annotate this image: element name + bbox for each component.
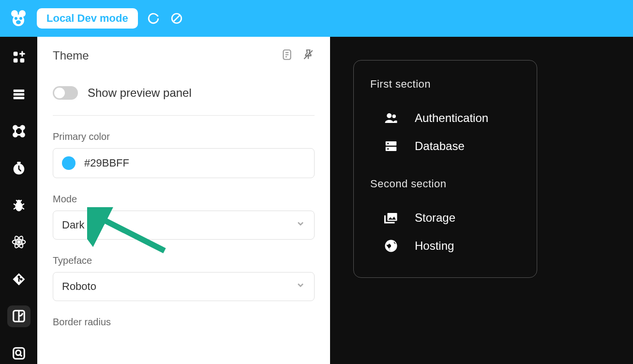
app-logo[interactable] bbox=[8, 8, 29, 29]
theme-panel: Theme Show preview panel Primary color #… bbox=[37, 37, 330, 364]
annotation-arrow bbox=[87, 207, 174, 256]
sidebar bbox=[0, 37, 37, 364]
border-radius-label: Border radius bbox=[53, 317, 315, 328]
people-icon bbox=[384, 111, 398, 125]
sidebar-item-timer[interactable] bbox=[7, 157, 30, 179]
panel-title: Theme bbox=[53, 49, 89, 62]
typeface-select[interactable]: Roboto bbox=[53, 272, 315, 301]
pin-icon[interactable] bbox=[302, 48, 315, 63]
primary-color-label: Primary color bbox=[53, 131, 315, 142]
svg-rect-9 bbox=[13, 59, 17, 63]
primary-color-value: #29BBFF bbox=[84, 157, 129, 169]
svg-rect-19 bbox=[17, 162, 21, 164]
svg-point-16 bbox=[13, 133, 17, 137]
section-title-1: First section bbox=[370, 78, 520, 91]
svg-rect-12 bbox=[13, 93, 24, 95]
sidebar-item-theme[interactable] bbox=[7, 305, 30, 327]
svg-line-7 bbox=[173, 15, 180, 22]
svg-point-15 bbox=[20, 126, 24, 130]
refresh-icon[interactable] bbox=[146, 11, 161, 26]
preview-card: First section Authentication Database Se… bbox=[353, 60, 537, 278]
svg-point-26 bbox=[17, 275, 20, 278]
svg-point-30 bbox=[15, 350, 20, 355]
svg-rect-8 bbox=[13, 52, 17, 56]
section-title-2: Second section bbox=[370, 178, 520, 190]
typeface-label: Typeface bbox=[53, 255, 315, 266]
block-icon[interactable] bbox=[169, 11, 184, 26]
sidebar-item-react[interactable] bbox=[7, 231, 30, 253]
sidebar-item-git[interactable] bbox=[7, 269, 30, 290]
menu-item-storage[interactable]: Storage bbox=[370, 204, 520, 232]
topbar: Local Dev mode bbox=[0, 0, 633, 37]
svg-rect-11 bbox=[13, 90, 24, 92]
globe-icon bbox=[384, 239, 398, 253]
svg-point-40 bbox=[387, 148, 389, 150]
svg-point-36 bbox=[392, 115, 396, 119]
preview-toggle[interactable] bbox=[53, 86, 78, 100]
svg-point-17 bbox=[20, 133, 24, 137]
svg-rect-41 bbox=[388, 213, 397, 221]
svg-point-14 bbox=[13, 126, 17, 130]
svg-line-34 bbox=[96, 216, 165, 251]
sidebar-item-bug[interactable] bbox=[7, 195, 30, 216]
mode-label: Mode bbox=[53, 194, 315, 205]
menu-item-database[interactable]: Database bbox=[370, 132, 520, 160]
mode-select[interactable]: Dark bbox=[53, 211, 315, 240]
svg-rect-13 bbox=[13, 97, 24, 99]
svg-rect-10 bbox=[20, 59, 24, 63]
svg-point-5 bbox=[16, 20, 21, 24]
sidebar-item-list[interactable] bbox=[7, 83, 30, 105]
menu-item-label: Authentication bbox=[415, 111, 488, 125]
svg-point-35 bbox=[387, 113, 392, 118]
server-icon bbox=[384, 139, 398, 153]
image-icon bbox=[384, 211, 398, 225]
document-icon[interactable] bbox=[281, 48, 293, 63]
sidebar-item-graph[interactable] bbox=[7, 121, 30, 142]
svg-rect-37 bbox=[386, 141, 397, 146]
mode-value: Dark bbox=[62, 219, 84, 231]
toggle-knob bbox=[54, 88, 65, 98]
dev-mode-pill[interactable]: Local Dev mode bbox=[37, 8, 138, 29]
chevron-down-icon bbox=[296, 280, 305, 293]
svg-point-39 bbox=[387, 143, 389, 144]
preview-toggle-label: Show preview panel bbox=[88, 86, 192, 100]
menu-item-hosting[interactable]: Hosting bbox=[370, 232, 520, 260]
typeface-value: Roboto bbox=[62, 280, 96, 293]
svg-rect-29 bbox=[13, 348, 24, 359]
menu-item-label: Hosting bbox=[415, 239, 454, 253]
svg-point-22 bbox=[17, 241, 20, 243]
sidebar-item-add[interactable] bbox=[7, 46, 30, 68]
preview-area: First section Authentication Database Se… bbox=[330, 37, 633, 364]
menu-item-authentication[interactable]: Authentication bbox=[370, 104, 520, 132]
sidebar-item-search[interactable] bbox=[7, 343, 30, 364]
color-swatch bbox=[62, 156, 75, 170]
svg-point-3 bbox=[15, 17, 17, 20]
primary-color-input[interactable]: #29BBFF bbox=[53, 148, 315, 178]
svg-point-4 bbox=[19, 17, 22, 20]
menu-item-label: Storage bbox=[415, 211, 455, 225]
svg-rect-38 bbox=[386, 147, 397, 151]
menu-item-label: Database bbox=[415, 139, 465, 153]
chevron-down-icon bbox=[296, 219, 305, 231]
